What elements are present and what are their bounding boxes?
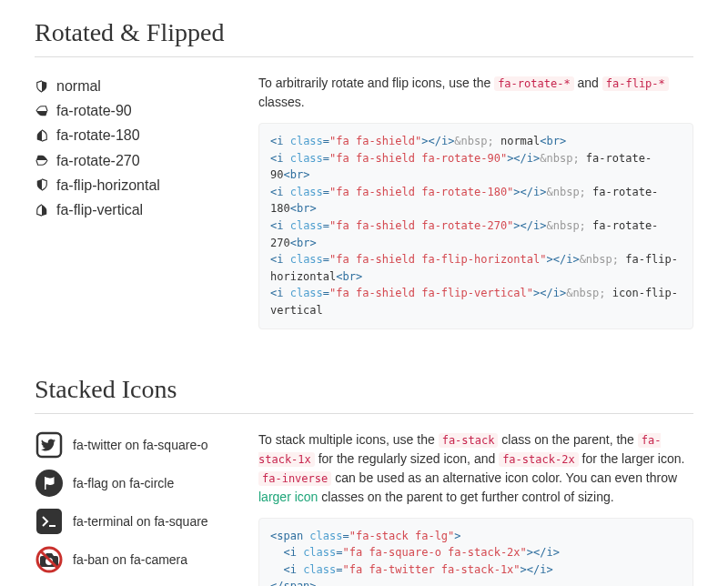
stacked-example-list: fa-twitter on fa-square-o fa-flag on fa-… xyxy=(35,430,258,574)
text: To arbitrarily rotate and flip icons, us… xyxy=(258,76,494,90)
section-rotated-flipped: Rotated & Flipped normal fa-rotate-90 fa… xyxy=(35,18,693,329)
list-item-label: fa-rotate-180 xyxy=(56,123,140,147)
list-item-label: fa-terminal on fa-square xyxy=(73,514,208,529)
list-item-label: fa-rotate-90 xyxy=(56,98,132,123)
twitter-on-square-icon xyxy=(35,430,64,460)
text: for the larger icon. xyxy=(579,451,685,466)
rotate-intro: To arbitrarily rotate and flip icons, us… xyxy=(258,74,693,112)
list-item-label: fa-ban on fa-camera xyxy=(73,552,187,567)
larger-icon-link[interactable]: larger icon xyxy=(258,490,318,504)
text: classes on the parent to get further con… xyxy=(318,490,613,504)
list-item: fa-terminal on fa-square xyxy=(35,507,258,536)
list-item-label: fa-flag on fa-circle xyxy=(73,476,174,490)
list-item: fa-flip-vertical xyxy=(35,197,258,222)
list-item-label: fa-flip-horizontal xyxy=(56,173,160,197)
shield-icon xyxy=(35,128,49,143)
shield-icon xyxy=(35,203,49,217)
shield-icon xyxy=(35,79,49,94)
heading-stacked: Stacked Icons xyxy=(35,375,693,414)
text: for the regularly sized icon, and xyxy=(315,451,499,466)
text: and xyxy=(574,76,602,90)
list-item: fa-flip-horizontal xyxy=(35,173,258,197)
text: class on the parent, the xyxy=(498,432,637,447)
list-item: fa-rotate-90 xyxy=(35,98,258,123)
list-item-label: fa-rotate-270 xyxy=(56,148,140,173)
text: To stack multiple icons, use the xyxy=(258,432,439,447)
code-inline: fa-flip-* xyxy=(602,76,669,91)
list-item: fa-rotate-180 xyxy=(35,123,258,147)
stacked-intro: To stack multiple icons, use the fa-stac… xyxy=(258,430,693,507)
shield-icon xyxy=(35,104,49,118)
rotate-example-list: normal fa-rotate-90 fa-rotate-180 fa-rot… xyxy=(35,74,258,222)
code-inline: fa-stack-2x xyxy=(499,452,578,467)
terminal-on-square-icon xyxy=(35,507,64,536)
list-item: fa-flag on fa-circle xyxy=(35,469,258,498)
code-inline: fa-stack xyxy=(439,433,499,448)
flag-on-circle-icon xyxy=(35,469,64,498)
text: classes. xyxy=(258,95,305,109)
code-inline: fa-rotate-* xyxy=(494,76,573,91)
list-item-label: fa-twitter on fa-square-o xyxy=(73,438,208,452)
code-inline: fa-inverse xyxy=(258,471,331,486)
code-block-stacked: <span class="fa-stack fa-lg"> <i class="… xyxy=(258,518,693,586)
code-block-rotate: <i class="fa fa-shield"></i>&nbsp; norma… xyxy=(258,123,693,329)
list-item: normal xyxy=(35,74,258,98)
list-item: fa-twitter on fa-square-o xyxy=(35,430,258,460)
section-stacked-icons: Stacked Icons fa-twitter on fa-square-o … xyxy=(35,375,693,586)
text: can be used as an alternative icon color… xyxy=(331,470,677,485)
ban-on-camera-icon xyxy=(35,545,64,574)
svg-rect-2 xyxy=(36,509,62,534)
list-item-label: fa-flip-vertical xyxy=(56,197,143,222)
list-item-label: normal xyxy=(56,74,101,98)
list-item: fa-ban on fa-camera xyxy=(35,545,258,574)
shield-icon xyxy=(35,153,49,167)
list-item: fa-rotate-270 xyxy=(35,148,258,173)
shield-icon xyxy=(35,177,49,192)
heading-rotated: Rotated & Flipped xyxy=(35,18,693,57)
